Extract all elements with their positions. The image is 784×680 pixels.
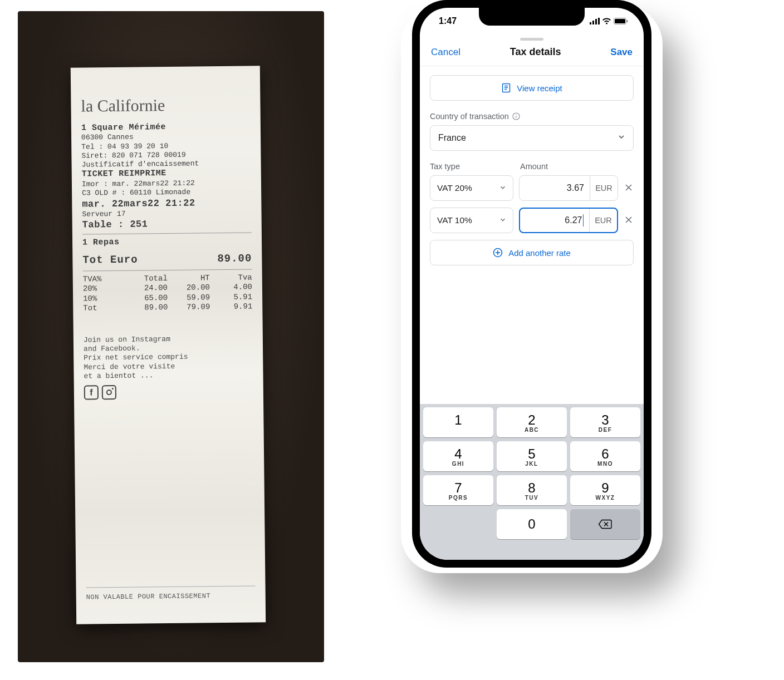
key-4[interactable]: 4GHI bbox=[423, 441, 493, 471]
instagram-icon bbox=[102, 385, 116, 400]
tva-h-ht: HT bbox=[168, 273, 210, 283]
key-3[interactable]: 3DEF bbox=[570, 407, 640, 437]
col-amount: Amount bbox=[520, 162, 634, 171]
tva-row-total: Tot 89.00 79.09 9.91 bbox=[83, 302, 252, 314]
svg-rect-3 bbox=[598, 18, 600, 24]
view-receipt-label: View receipt bbox=[517, 83, 562, 93]
chevron-down-icon bbox=[499, 215, 506, 225]
phone-notch bbox=[479, 8, 585, 26]
country-label: Country of transaction bbox=[430, 112, 634, 121]
modal-content: View receipt Country of transaction Fran… bbox=[420, 66, 644, 404]
add-rate-button[interactable]: Add another rate bbox=[430, 240, 634, 265]
tax-columns-header: Tax type Amount bbox=[430, 162, 634, 171]
chevron-down-icon bbox=[618, 133, 625, 143]
total-value: 89.00 bbox=[217, 252, 252, 265]
view-receipt-button[interactable]: View receipt bbox=[430, 75, 634, 101]
key-backspace[interactable] bbox=[570, 509, 640, 539]
phone-frame: 1:47 Cancel Tax details Save View receip… bbox=[412, 0, 651, 568]
modal-title: Tax details bbox=[510, 46, 561, 58]
country-value: France bbox=[438, 133, 466, 143]
merchant-logo: la Californie bbox=[81, 93, 250, 116]
key-0[interactable]: 0 bbox=[497, 509, 567, 539]
key-9[interactable]: 9WXYZ bbox=[570, 475, 640, 505]
amount-input-wrap: 6.27 EUR bbox=[519, 208, 618, 233]
plus-circle-icon bbox=[493, 248, 503, 258]
col-tax-type: Tax type bbox=[430, 162, 513, 171]
key-6[interactable]: 6MNO bbox=[570, 441, 640, 471]
key-7[interactable]: 7PQRS bbox=[423, 475, 493, 505]
numeric-keypad: 1 2ABC 3DEF 4GHI 5JKL 6MNO 7PQRS 8TUV 9W… bbox=[420, 404, 644, 560]
item-line: 1 Repas bbox=[82, 236, 252, 249]
chevron-down-icon bbox=[499, 183, 506, 193]
add-rate-label: Add another rate bbox=[508, 248, 571, 258]
country-select[interactable]: France bbox=[430, 125, 634, 151]
svg-rect-2 bbox=[595, 19, 597, 24]
key-1[interactable]: 1 bbox=[423, 407, 493, 437]
amount-input[interactable]: 6.27 bbox=[520, 209, 589, 232]
table-line: Table : 251 bbox=[82, 217, 252, 230]
svg-rect-1 bbox=[592, 21, 594, 24]
svg-rect-0 bbox=[590, 22, 591, 24]
status-time: 1:47 bbox=[439, 16, 457, 26]
tva-h-pct: TVA% bbox=[83, 274, 125, 284]
info-icon[interactable] bbox=[512, 112, 520, 120]
wifi-icon bbox=[602, 18, 611, 24]
total-line: Tot Euro 89.00 bbox=[82, 252, 252, 267]
modal-header: Cancel Tax details Save bbox=[420, 41, 644, 66]
svg-rect-6 bbox=[627, 20, 628, 22]
currency-label: EUR bbox=[589, 209, 617, 232]
cancel-button[interactable]: Cancel bbox=[431, 47, 460, 58]
svg-rect-5 bbox=[615, 19, 625, 23]
receipt-photo: la Californie 1 Square Mérimée 06300 Can… bbox=[18, 11, 324, 662]
tax-type-select[interactable]: VAT 20% bbox=[430, 175, 513, 201]
tva-table: TVA% Total HT Tva 20% 24.00 20.00 4.00 1… bbox=[83, 273, 253, 313]
keypad-spacer bbox=[423, 509, 493, 539]
tax-row: VAT 10% 6.27 EUR bbox=[430, 208, 634, 233]
save-button[interactable]: Save bbox=[610, 47, 633, 58]
facebook-icon: f bbox=[84, 385, 99, 400]
tva-h-total: Total bbox=[125, 274, 168, 284]
phone-screen: 1:47 Cancel Tax details Save View receip… bbox=[420, 8, 644, 560]
signal-icon bbox=[590, 18, 600, 24]
key-2[interactable]: 2ABC bbox=[497, 407, 567, 437]
tva-h-tva: Tva bbox=[210, 273, 252, 283]
tax-type-select[interactable]: VAT 10% bbox=[430, 208, 513, 233]
svg-point-13 bbox=[516, 115, 516, 115]
receipt-icon bbox=[501, 83, 511, 93]
delete-row-button[interactable] bbox=[624, 214, 634, 227]
currency-label: EUR bbox=[590, 176, 618, 200]
backspace-icon bbox=[598, 519, 612, 529]
total-label: Tot Euro bbox=[82, 254, 138, 268]
amount-input[interactable]: 3.67 bbox=[520, 176, 590, 200]
key-5[interactable]: 5JKL bbox=[497, 441, 567, 471]
tax-row: VAT 20% 3.67 EUR bbox=[430, 175, 634, 201]
receipt-footer: Join us on Instagram and Facebook. Prix … bbox=[84, 334, 253, 400]
status-indicators bbox=[590, 18, 628, 24]
receipt-paper: la Californie 1 Square Mérimée 06300 Can… bbox=[71, 66, 266, 624]
delete-row-button[interactable] bbox=[624, 182, 634, 195]
amount-input-wrap: 3.67 EUR bbox=[519, 175, 618, 201]
battery-icon bbox=[614, 18, 628, 24]
non-valable-line: NON VALABLE POUR ENCAISSEMENT bbox=[86, 585, 256, 602]
key-8[interactable]: 8TUV bbox=[497, 475, 567, 505]
